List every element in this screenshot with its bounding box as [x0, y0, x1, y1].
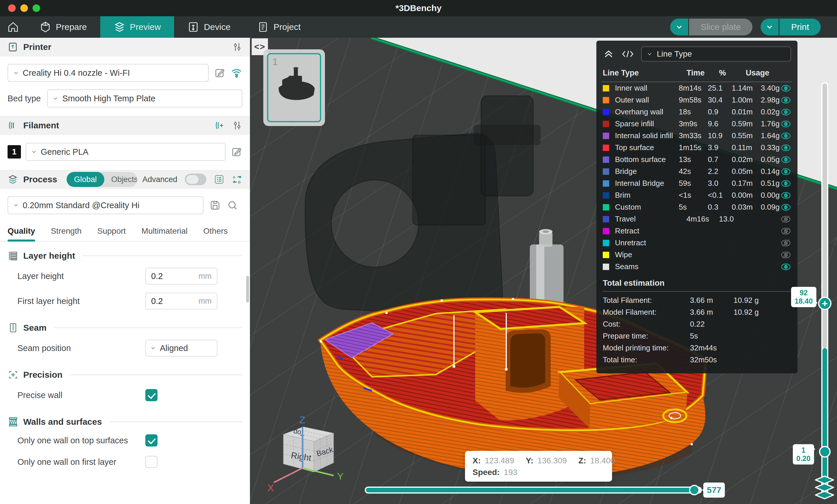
slice-plate-button[interactable]: Slice plate: [689, 19, 752, 35]
toggle-visibility-button[interactable]: [780, 84, 791, 92]
layer-slider-bottom-handle[interactable]: [819, 446, 831, 458]
toggle-visibility-button[interactable]: [780, 108, 791, 116]
line-type-row[interactable]: Wipe: [602, 249, 792, 261]
toggle-visibility-button[interactable]: [780, 132, 791, 140]
save-profile-button[interactable]: [209, 200, 221, 211]
precise-wall-checkbox[interactable]: [145, 389, 158, 401]
line-type-row[interactable]: Internal Bridge 59s 3.0 0.17m 0.51g: [602, 178, 792, 189]
viewport-3d[interactable]: <> 1: [250, 38, 837, 504]
speed-value: 193: [504, 468, 517, 477]
toggle-visibility-button[interactable]: [780, 144, 791, 152]
filament-select[interactable]: Generic PLA: [25, 143, 226, 161]
line-type-row[interactable]: Internal solid infill 3m33s 10.9 0.55m 1…: [602, 130, 792, 142]
sidebar-scrollbar[interactable]: [246, 276, 249, 302]
line-type-row[interactable]: Bottom surface 13s 0.7 0.02m 0.05g: [602, 154, 792, 166]
toggle-visibility-button[interactable]: [780, 203, 791, 211]
process-tab-support[interactable]: Support: [97, 224, 126, 241]
minimize-window-button[interactable]: [20, 4, 28, 12]
wifi-status-icon[interactable]: [231, 67, 243, 79]
total-value-1: 32m50s: [690, 355, 733, 365]
line-type-row[interactable]: Seams: [602, 261, 792, 273]
toggle-visibility-button[interactable]: [780, 180, 791, 188]
toggle-visibility-button[interactable]: [780, 156, 791, 164]
param-input[interactable]: 0.2 mm: [145, 268, 217, 284]
layer-range-slider[interactable]: [821, 82, 828, 498]
scope-objects[interactable]: Objects: [104, 172, 137, 187]
edit-printer-button[interactable]: [214, 67, 226, 79]
tab-prepare[interactable]: Prepare: [26, 16, 100, 38]
search-profile-button[interactable]: [227, 200, 238, 211]
line-type-row[interactable]: Top surface 1m15s 3.9 0.11m 0.33g: [602, 142, 792, 154]
seam-position-select[interactable]: Aligned: [145, 340, 217, 356]
print-button[interactable]: Print: [780, 19, 821, 35]
tab-preview[interactable]: Preview: [100, 16, 174, 38]
line-type-row[interactable]: Custom 5s 0.3 0.03m 0.09g: [602, 201, 792, 213]
eye-hidden-icon: [781, 251, 791, 259]
checkbox[interactable]: [145, 456, 158, 468]
device-icon: [188, 21, 199, 33]
line-type-color-chip: [603, 228, 609, 234]
toggle-visibility-button[interactable]: [778, 239, 791, 247]
line-type-length: 0.03m: [732, 203, 761, 212]
gcode-move-slider-handle[interactable]: [689, 485, 699, 495]
chevron-down-icon: [646, 51, 653, 57]
total-value-1: 3.66 m: [690, 308, 733, 317]
param-input[interactable]: 0.2 mm: [145, 293, 217, 310]
gcode-view-button[interactable]: [621, 48, 634, 60]
process-scope-toggle[interactable]: Global Objects: [67, 172, 137, 187]
line-type-length: 0.05m: [732, 167, 761, 176]
line-type-row[interactable]: Inner wall 8m14s 25.1 1.14m 3.40g: [602, 82, 792, 94]
close-window-button[interactable]: [8, 4, 16, 12]
line-type-row[interactable]: Unretract: [602, 237, 792, 249]
gcode-move-slider[interactable]: [365, 487, 702, 493]
eye-visible-icon: [781, 203, 791, 211]
print-options-button[interactable]: [761, 19, 779, 35]
scope-global[interactable]: Global: [67, 172, 104, 187]
tab-project[interactable]: Project: [244, 16, 314, 38]
slice-options-button[interactable]: [670, 19, 688, 35]
eye-hidden-icon: [781, 239, 791, 247]
bed-type-select[interactable]: Smooth High Temp Plate: [47, 89, 243, 108]
layer-slider-top-handle[interactable]: +: [818, 297, 832, 310]
axis-z-label: Z: [299, 415, 305, 425]
process-tab-strength[interactable]: Strength: [51, 224, 82, 241]
toggle-visibility-button[interactable]: [780, 120, 791, 128]
printer-select[interactable]: Creality Hi 0.4 nozzle - Wi-FI: [7, 64, 209, 82]
line-type-row[interactable]: Outer wall 9m58s 30.4 1.00m 2.98g: [602, 94, 792, 106]
filament-settings-icon[interactable]: [232, 120, 243, 131]
plate-thumbnail-card[interactable]: 1: [263, 49, 325, 126]
checkbox[interactable]: [145, 434, 158, 447]
advanced-toggle[interactable]: [185, 174, 206, 185]
view-mode-select[interactable]: Line Type: [641, 46, 791, 61]
add-filament-icon[interactable]: [214, 120, 224, 131]
maximize-window-button[interactable]: [33, 4, 40, 12]
edit-icon: [214, 67, 226, 79]
toggle-visibility-button[interactable]: [780, 191, 791, 200]
tab-device[interactable]: Device: [174, 16, 244, 38]
line-type-row[interactable]: Brim <1s <0.1 0.00m 0.00g: [602, 189, 792, 201]
toggle-visibility-button[interactable]: [780, 96, 791, 104]
compare-ab-icon[interactable]: AB: [232, 174, 243, 185]
toggle-visibility-button[interactable]: [778, 251, 791, 259]
parameter-list-icon[interactable]: [214, 174, 224, 185]
printer-settings-icon[interactable]: [232, 42, 243, 52]
process-tab-multimaterial[interactable]: Multimaterial: [142, 224, 188, 241]
line-type-row[interactable]: Retract: [602, 225, 792, 237]
process-tab-quality[interactable]: Quality: [7, 224, 35, 241]
orientation-cube[interactable]: Right Back Top Z Y X: [256, 415, 343, 504]
eye-visible-icon: [781, 84, 791, 92]
home-button[interactable]: [0, 16, 26, 38]
line-type-row[interactable]: Bridge 42s 2.2 0.05m 0.14g: [602, 166, 792, 178]
line-type-row[interactable]: Sparse infill 3m9s 9.6 0.59m 1.76g: [602, 118, 792, 130]
collapse-panel-button[interactable]: [603, 48, 615, 60]
process-profile-select[interactable]: 0.20mm Standard @Creality Hi: [7, 196, 203, 214]
process-tab-others[interactable]: Others: [203, 224, 228, 241]
toggle-visibility-button[interactable]: [778, 215, 791, 223]
line-type-row[interactable]: Overhang wall 18s 0.9 0.01m 0.02g: [602, 106, 792, 118]
line-type-row[interactable]: Travel 4m16s 13.0: [602, 213, 792, 225]
toggle-visibility-button[interactable]: [778, 227, 791, 235]
toggle-visibility-button[interactable]: [778, 263, 791, 271]
window-controls[interactable]: [8, 4, 40, 12]
edit-filament-button[interactable]: [231, 146, 243, 157]
toggle-visibility-button[interactable]: [780, 168, 791, 176]
